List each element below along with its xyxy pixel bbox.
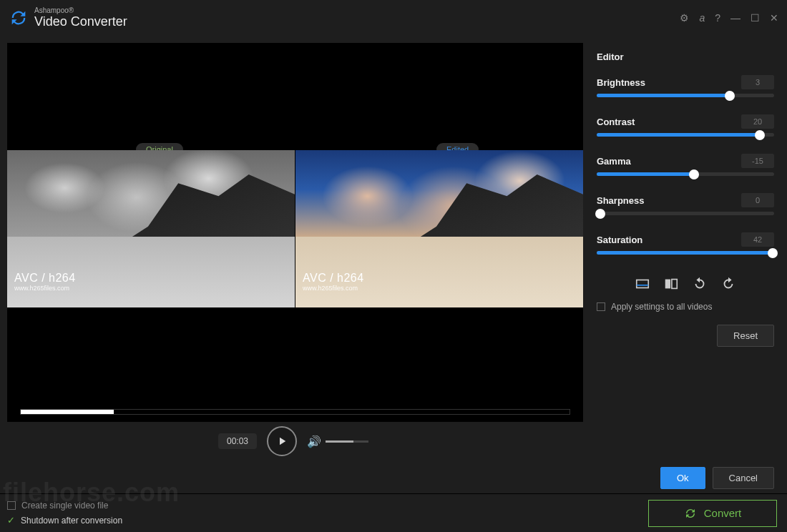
maximize-icon[interactable]: ☐ <box>751 12 760 24</box>
watermark-url: www.h265files.com <box>14 285 76 292</box>
create-single-checkbox[interactable] <box>7 501 16 510</box>
saturation-label: Saturation <box>597 235 642 245</box>
logo-refresh-icon <box>9 8 29 28</box>
contrast-slider[interactable] <box>597 133 774 137</box>
sharpness-value[interactable]: 0 <box>741 193 774 207</box>
apply-all-checkbox[interactable] <box>597 302 605 311</box>
sharpness-label: Sharpness <box>597 195 644 206</box>
close-icon[interactable]: ✕ <box>770 12 778 24</box>
contrast-row: Contrast 20 <box>597 114 774 137</box>
minimize-icon[interactable]: — <box>730 12 740 24</box>
gamma-value[interactable]: -15 <box>741 154 774 168</box>
reset-button[interactable]: Reset <box>717 325 774 347</box>
info-a-icon[interactable]: a <box>699 12 705 24</box>
time-display: 00:03 <box>218 433 257 449</box>
footer: Create single video file ✓ Shutdown afte… <box>0 493 787 532</box>
watermark-codec: AVC / h264 <box>14 272 76 285</box>
watermark-codec: AVC / h264 <box>303 272 364 285</box>
saturation-row: Saturation 42 <box>597 232 774 255</box>
split-compare-icon[interactable] <box>660 275 682 293</box>
gamma-slider[interactable] <box>597 172 774 176</box>
brightness-label: Brightness <box>597 77 645 88</box>
crop-icon[interactable] <box>632 275 653 293</box>
apply-all-label: Apply settings to all videos <box>611 302 712 312</box>
preview-area: Original Edited AVC / h264 www.h265files… <box>7 43 583 422</box>
brightness-slider[interactable] <box>597 94 774 97</box>
sharpness-slider[interactable] <box>597 212 774 215</box>
contrast-value[interactable]: 20 <box>741 114 774 129</box>
timeline-scrubber[interactable] <box>20 409 570 415</box>
sharpness-row: Sharpness 0 <box>597 193 774 215</box>
convert-label: Convert <box>704 507 742 519</box>
play-button[interactable] <box>267 426 297 456</box>
editor-title: Editor <box>597 51 774 62</box>
convert-button[interactable]: Convert <box>648 500 777 527</box>
shutdown-label: Shutdown after conversion <box>21 516 122 526</box>
preview-edited: AVC / h264 www.h265files.com <box>295 150 583 307</box>
app-logo: Ashampoo® Video Converter <box>9 7 127 28</box>
svg-rect-3 <box>672 280 677 289</box>
contrast-label: Contrast <box>597 117 635 127</box>
brand-name: Video Converter <box>34 15 127 29</box>
create-single-label: Create single video file <box>21 501 108 511</box>
rotate-left-icon[interactable] <box>689 275 710 293</box>
brightness-row: Brightness 3 <box>597 75 774 97</box>
saturation-slider[interactable] <box>597 251 774 255</box>
watermark-url: www.h265files.com <box>303 285 364 292</box>
settings-gear-icon[interactable]: ⚙ <box>680 12 689 24</box>
playbar: 00:03 🔊 <box>0 426 587 459</box>
svg-rect-2 <box>665 280 670 289</box>
gamma-label: Gamma <box>597 156 631 167</box>
brightness-value[interactable]: 3 <box>741 75 774 89</box>
cancel-button[interactable]: Cancel <box>713 467 774 489</box>
rotate-right-icon[interactable] <box>718 275 739 293</box>
checkmark-icon: ✓ <box>7 515 15 526</box>
svg-rect-0 <box>637 280 649 288</box>
ok-button[interactable]: Ok <box>660 467 705 489</box>
help-icon[interactable]: ? <box>715 12 720 24</box>
window-controls: ⚙ a ? — ☐ ✕ <box>680 12 778 24</box>
gamma-row: Gamma -15 <box>597 154 774 176</box>
preview-original: AVC / h264 www.h265files.com <box>7 150 295 307</box>
editor-panel: Editor Brightness 3 Contrast 20 Gamma -1… <box>587 36 787 493</box>
titlebar: Ashampoo® Video Converter ⚙ a ? — ☐ ✕ <box>0 0 787 36</box>
volume-icon[interactable]: 🔊 <box>307 435 321 448</box>
volume-control[interactable]: 🔊 <box>307 435 368 448</box>
saturation-value[interactable]: 42 <box>741 232 774 247</box>
convert-refresh-icon <box>684 507 697 520</box>
